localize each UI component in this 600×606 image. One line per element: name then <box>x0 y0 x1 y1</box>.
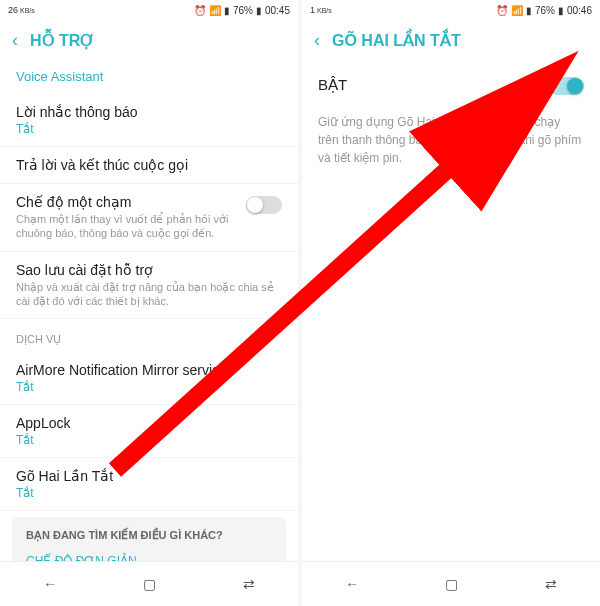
setting-status: Tắt <box>16 122 282 136</box>
wifi-icon: 📶 <box>209 5 221 16</box>
status-right: ⏰ 📶 ▮ 76% ▮ 00:46 <box>496 5 592 16</box>
nav-back-icon[interactable]: ← <box>23 572 77 596</box>
setting-title: Lời nhắc thông báo <box>16 104 282 120</box>
clock: 00:45 <box>265 5 290 16</box>
status-left: 26 KB/s <box>8 5 35 15</box>
header: ‹ GÕ HAI LẦN TẮT <box>302 20 600 61</box>
clock: 00:46 <box>567 5 592 16</box>
wifi-icon: 📶 <box>511 5 523 16</box>
left-screen: 26 KB/s ⏰ 📶 ▮ 76% ▮ 00:45 ‹ HỖ TRỢ Voice… <box>0 0 298 606</box>
answer-end-calls-item[interactable]: Trả lời và kết thúc cuộc gọi <box>0 147 298 184</box>
nav-bar: ← ▢ ⇄ <box>302 561 600 606</box>
single-tap-item[interactable]: Chế độ một chạm Chạm một lần thay vì vuố… <box>0 184 298 252</box>
back-icon[interactable]: ‹ <box>314 30 320 51</box>
network-speed: 26 <box>8 5 18 15</box>
single-tap-toggle[interactable] <box>246 196 282 214</box>
voice-assistant-link[interactable]: Voice Assistant <box>0 61 298 94</box>
footer-card-title: BẠN ĐANG TÌM KIẾM ĐIỀU GÌ KHÁC? <box>26 529 272 542</box>
setting-desc: Nhập và xuất cài đặt trợ năng của bạn ho… <box>16 280 282 309</box>
page-title: HỖ TRỢ <box>30 31 95 50</box>
network-speed: 1 <box>310 5 315 15</box>
applock-item[interactable]: AppLock Tắt <box>0 405 298 458</box>
network-unit: KB/s <box>20 7 35 14</box>
setting-title: Trả lời và kết thúc cuộc gọi <box>16 157 282 173</box>
alarm-icon: ⏰ <box>496 5 508 16</box>
services-section-header: DỊCH VỤ <box>0 319 298 352</box>
backup-item[interactable]: Sao lưu cài đặt hỗ trợ Nhập và xuất cài … <box>0 252 298 320</box>
signal-icon: ▮ <box>224 5 230 16</box>
enable-toggle[interactable] <box>548 77 584 95</box>
nav-home-icon[interactable]: ▢ <box>123 572 176 596</box>
setting-title: Gõ Hai Lần Tắt <box>16 468 282 484</box>
setting-status: Tắt <box>16 380 282 394</box>
nav-recent-icon[interactable]: ⇄ <box>525 572 577 596</box>
back-icon[interactable]: ‹ <box>12 30 18 51</box>
notification-reminder-item[interactable]: Lời nhắc thông báo Tắt <box>0 94 298 147</box>
nav-back-icon[interactable]: ← <box>325 572 379 596</box>
setting-title: AirMore Notification Mirror service <box>16 362 282 378</box>
service-description: Giữ ứng dụng Gõ Hai Lần Tắt luôn luôn ch… <box>318 109 584 167</box>
alarm-icon: ⏰ <box>194 5 206 16</box>
airmore-item[interactable]: AirMore Notification Mirror service Tắt <box>0 352 298 405</box>
settings-list: Voice Assistant Lời nhắc thông báo Tắt T… <box>0 61 298 561</box>
enable-row: BẬT <box>318 61 584 109</box>
nav-home-icon[interactable]: ▢ <box>425 572 478 596</box>
status-left: 1 KB/s <box>310 5 332 15</box>
easy-mode-link[interactable]: CHẾ ĐỘ ĐƠN GIẢN <box>26 550 272 561</box>
page-title: GÕ HAI LẦN TẮT <box>332 31 461 50</box>
signal-icon: ▮ <box>526 5 532 16</box>
nav-recent-icon[interactable]: ⇄ <box>223 572 275 596</box>
network-unit: KB/s <box>317 7 332 14</box>
setting-title: Chế độ một chạm <box>16 194 246 210</box>
battery-icon: ▮ <box>558 5 564 16</box>
battery-icon: ▮ <box>256 5 262 16</box>
battery-percent: 76% <box>535 5 555 16</box>
right-screen: 1 KB/s ⏰ 📶 ▮ 76% ▮ 00:46 ‹ GÕ HAI LẦN TẮ… <box>302 0 600 606</box>
nav-bar: ← ▢ ⇄ <box>0 561 298 606</box>
setting-title: Sao lưu cài đặt hỗ trợ <box>16 262 282 278</box>
status-right: ⏰ 📶 ▮ 76% ▮ 00:45 <box>194 5 290 16</box>
header: ‹ HỖ TRỢ <box>0 20 298 61</box>
battery-percent: 76% <box>233 5 253 16</box>
footer-card: BẠN ĐANG TÌM KIẾM ĐIỀU GÌ KHÁC? CHẾ ĐỘ Đ… <box>12 517 286 561</box>
status-bar: 1 KB/s ⏰ 📶 ▮ 76% ▮ 00:46 <box>302 0 600 20</box>
detail-content: BẬT Giữ ứng dụng Gõ Hai Lần Tắt luôn luô… <box>302 61 600 561</box>
setting-status: Tắt <box>16 433 282 447</box>
status-bar: 26 KB/s ⏰ 📶 ▮ 76% ▮ 00:45 <box>0 0 298 20</box>
gohai-item[interactable]: Gõ Hai Lần Tắt Tắt <box>0 458 298 511</box>
setting-title: AppLock <box>16 415 282 431</box>
setting-status: Tắt <box>16 486 282 500</box>
enable-label: BẬT <box>318 76 347 94</box>
setting-desc: Chạm một lần thay vì vuốt để phản hồi vớ… <box>16 212 246 241</box>
